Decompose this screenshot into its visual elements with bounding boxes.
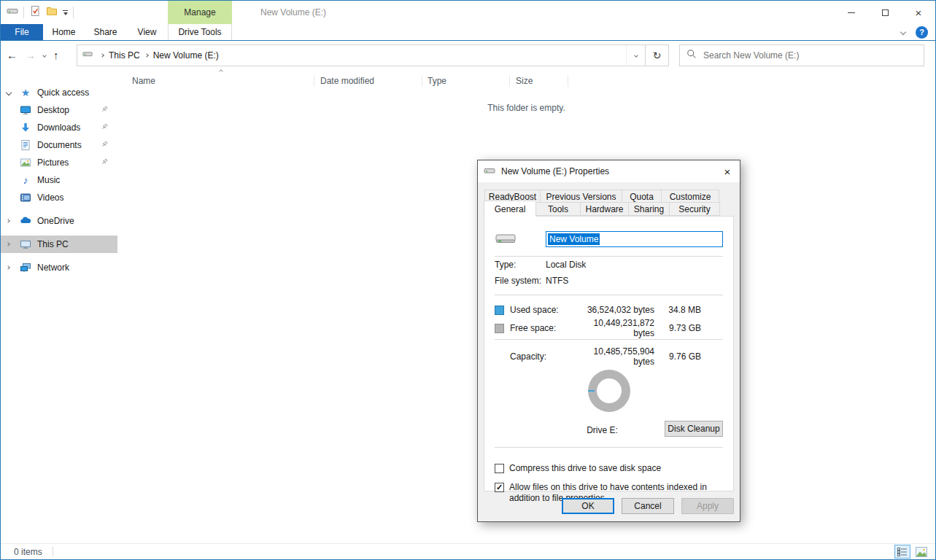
chevron-right-icon[interactable] xyxy=(6,219,10,223)
capacity-size: 9.76 GB xyxy=(654,351,701,362)
dialog-titlebar: New Volume (E:) Properties × xyxy=(478,160,740,182)
sidebar-item-music[interactable]: ♪ Music xyxy=(1,171,117,189)
quick-access-icon: ★ xyxy=(20,87,31,98)
up-button[interactable]: ↑ xyxy=(53,49,59,61)
pin-icon xyxy=(100,105,109,116)
dialog-close-button[interactable]: × xyxy=(715,160,740,182)
tab-security[interactable]: Security xyxy=(669,202,720,216)
new-folder-icon[interactable] xyxy=(46,5,58,20)
address-bar[interactable]: This PC New Volume (E:) xyxy=(77,44,646,66)
view-switcher xyxy=(894,545,929,559)
breadcrumb-chevron-icon xyxy=(100,53,104,58)
sidebar-item-documents[interactable]: Documents xyxy=(1,136,117,154)
qat-customize-icon[interactable] xyxy=(63,10,68,15)
large-icons-view-button[interactable] xyxy=(913,545,929,559)
maximize-icon xyxy=(882,9,889,16)
chevron-right-icon[interactable] xyxy=(6,265,10,270)
sidebar-item-downloads[interactable]: Downloads xyxy=(1,119,117,136)
nav-buttons: ← → ↑ xyxy=(7,49,77,61)
selected-text: New Volume xyxy=(548,233,600,245)
back-button[interactable]: ← xyxy=(7,49,18,61)
general-tab-page: New Volume Type: Local Disk File system:… xyxy=(484,216,734,491)
search-input[interactable]: Search New Volume (E:) xyxy=(679,44,924,66)
cancel-button[interactable]: Cancel xyxy=(622,498,674,514)
pin-icon xyxy=(100,140,109,151)
volume-label-input[interactable]: New Volume xyxy=(546,231,723,247)
collapse-ribbon-icon[interactable] xyxy=(900,29,906,35)
help-icon[interactable]: ? xyxy=(916,26,928,39)
close-icon: × xyxy=(724,166,731,178)
disk-cleanup-button[interactable]: Disk Cleanup xyxy=(665,421,723,437)
sidebar-item-pictures[interactable]: Pictures xyxy=(1,154,117,171)
window-controls: × xyxy=(835,1,935,24)
main-area: ★ Quick access Desktop Downloads xyxy=(1,69,935,543)
breadcrumb-this-pc[interactable]: This PC xyxy=(109,50,140,61)
column-headers: Name Date modified Type Size xyxy=(132,75,935,87)
used-space-swatch xyxy=(495,306,504,315)
properties-icon[interactable] xyxy=(29,5,41,20)
breadcrumb-chevron-icon xyxy=(144,53,149,58)
sidebar-item-network[interactable]: Network xyxy=(1,259,117,276)
documents-icon xyxy=(20,139,31,151)
minimize-icon xyxy=(848,12,855,13)
divider xyxy=(73,7,74,18)
refresh-button[interactable]: ↻ xyxy=(646,44,669,66)
tab-file[interactable]: File xyxy=(1,24,43,40)
ok-button[interactable]: OK xyxy=(562,498,614,514)
capacity-row: Capacity: 10,485,755,904 bytes 9.76 GB xyxy=(495,346,723,362)
sidebar-item-onedrive[interactable]: OneDrive xyxy=(1,212,117,230)
maximize-button[interactable] xyxy=(868,1,902,24)
navigation-pane: ★ Quick access Desktop Downloads xyxy=(1,69,117,543)
volume-drive-icon xyxy=(495,230,517,249)
column-header-name[interactable]: Name xyxy=(132,75,314,87)
recent-locations-icon[interactable] xyxy=(42,53,47,58)
tab-view[interactable]: View xyxy=(126,24,168,40)
empty-folder-message: This folder is empty. xyxy=(117,103,935,113)
breadcrumb-current[interactable]: New Volume (E:) xyxy=(153,50,219,61)
details-view-button[interactable] xyxy=(894,545,910,559)
tab-sharing[interactable]: Sharing xyxy=(628,202,670,216)
column-header-type[interactable]: Type xyxy=(422,75,510,87)
disk-usage-chart-wrap xyxy=(495,367,723,415)
tab-home[interactable]: Home xyxy=(43,24,85,40)
compress-checkbox-row: Compress this drive to save disk space xyxy=(495,463,723,475)
free-space-swatch xyxy=(495,324,504,333)
tab-tools[interactable]: Tools xyxy=(535,202,581,216)
tab-drive-tools[interactable]: Drive Tools xyxy=(168,24,232,40)
tab-share[interactable]: Share xyxy=(85,24,126,40)
apply-button[interactable]: Apply xyxy=(681,498,734,514)
used-space-bytes: 36,524,032 bytes xyxy=(575,305,654,315)
chevron-down-icon[interactable] xyxy=(6,90,12,96)
sidebar-item-videos[interactable]: Videos xyxy=(1,189,117,206)
sidebar-item-this-pc[interactable]: This PC xyxy=(1,236,117,253)
address-dropdown-icon[interactable] xyxy=(626,45,645,66)
sort-ascending-icon xyxy=(219,69,223,74)
column-header-date-modified[interactable]: Date modified xyxy=(314,75,422,87)
location-drive-icon xyxy=(82,49,93,61)
close-button[interactable]: × xyxy=(902,1,935,24)
free-space-label: Free space: xyxy=(510,323,575,333)
tab-general[interactable]: General xyxy=(484,201,536,217)
status-bar: 0 items xyxy=(1,543,935,559)
sidebar-item-quick-access[interactable]: ★ Quick access xyxy=(1,84,117,101)
ribbon-tab-strip: File Home Share View Drive Tools ? xyxy=(1,24,935,41)
explorer-window: Manage New Volume (E:) × File Home Share… xyxy=(0,0,936,560)
contextual-tab-group-manage: Manage xyxy=(168,1,232,24)
index-checkbox[interactable]: ✓ xyxy=(495,483,504,492)
tab-hardware[interactable]: Hardware xyxy=(580,202,629,216)
compress-checkbox[interactable] xyxy=(495,464,504,473)
desktop-icon xyxy=(20,104,31,116)
compress-checkbox-label: Compress this drive to save disk space xyxy=(509,463,661,475)
window-title: New Volume (E:) xyxy=(260,1,326,24)
forward-button[interactable]: → xyxy=(25,49,36,61)
this-pc-icon xyxy=(20,238,31,250)
sidebar-item-desktop[interactable]: Desktop xyxy=(1,101,117,119)
minimize-button[interactable] xyxy=(835,1,868,24)
titlebar: Manage New Volume (E:) × xyxy=(1,1,935,24)
downloads-icon xyxy=(20,122,31,133)
chevron-right-icon[interactable] xyxy=(6,242,10,246)
pin-icon xyxy=(100,158,109,168)
column-header-size[interactable]: Size xyxy=(510,75,568,87)
ribbon-right-controls: ? xyxy=(901,24,935,40)
navigation-bar: ← → ↑ This PC New Volume (E:) ↻ Search N xyxy=(1,41,935,69)
